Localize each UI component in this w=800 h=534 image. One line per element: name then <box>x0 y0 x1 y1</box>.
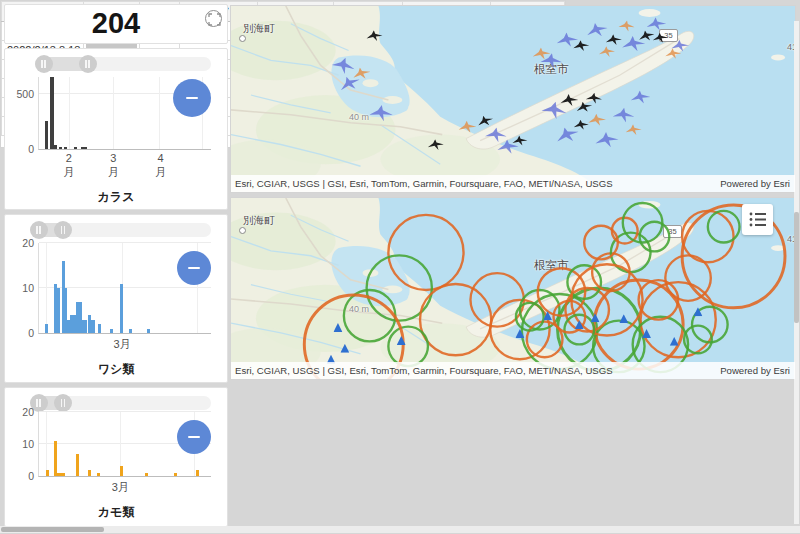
attribution-sources: Esri, CGIAR, USGS | GSI, Esri, TomTom, G… <box>235 175 613 192</box>
bird-icon[interactable] <box>631 91 651 104</box>
circle-markers-layer <box>231 198 795 379</box>
bar <box>54 441 57 476</box>
slider-handle-icon[interactable] <box>54 221 72 239</box>
bird-icon[interactable] <box>588 114 606 126</box>
bird-icon[interactable] <box>428 139 444 150</box>
attribution-sources: Esri, CGIAR, USGS | GSI, Esri, TomTom, G… <box>235 362 613 379</box>
bird-icon[interactable] <box>626 124 642 135</box>
bird-icon[interactable] <box>366 30 382 41</box>
bird-icon[interactable] <box>585 21 609 39</box>
collapse-minus-button[interactable] <box>173 79 211 117</box>
bird-sightings-map[interactable]: 別海町 根室市 40 m 41 35 Esri, CGIAR, USGS | G… <box>230 5 796 193</box>
triangle-marker-icon[interactable] <box>340 344 349 353</box>
bird-icon[interactable] <box>599 46 615 57</box>
bar <box>62 473 65 476</box>
bar <box>196 470 199 476</box>
y-axis-tick-label: 20 <box>6 237 34 249</box>
bird-icon[interactable] <box>671 40 689 52</box>
x-axis-tick-label: 3月 <box>108 151 119 179</box>
bird-icon[interactable] <box>533 48 551 60</box>
time-range-slider[interactable] <box>35 396 211 410</box>
bird-icon[interactable] <box>585 91 603 104</box>
bird-icon[interactable] <box>459 121 477 133</box>
v-gridline <box>69 77 70 149</box>
bar <box>84 147 87 149</box>
y-axis-tick-label: 0 <box>6 143 34 155</box>
bird-icon[interactable] <box>369 103 394 122</box>
bird-icon[interactable] <box>554 124 580 145</box>
powered-by-esri: Powered by Esri <box>720 362 790 379</box>
observation-circle[interactable] <box>388 327 428 367</box>
bar <box>145 473 148 476</box>
bar <box>174 473 177 476</box>
bird-icon[interactable] <box>638 29 656 42</box>
bird-icon[interactable] <box>612 106 636 124</box>
vscroll-thumb[interactable] <box>794 212 799 323</box>
y-axis-tick-label: 10 <box>6 282 34 294</box>
bird-icon[interactable] <box>606 34 622 45</box>
table-horizontal-scrollbar[interactable] <box>0 526 800 533</box>
bar <box>88 470 91 476</box>
x-axis-tick-label: 2月 <box>63 151 74 179</box>
bar <box>120 466 123 476</box>
bar <box>147 329 150 334</box>
bar <box>76 454 79 476</box>
bird-icon[interactable] <box>560 94 578 106</box>
bird-icon[interactable] <box>653 33 668 43</box>
observation-circle[interactable] <box>388 215 463 290</box>
bird-markers-layer <box>231 6 795 192</box>
time-range-slider[interactable] <box>35 57 211 71</box>
v-gridline <box>113 77 114 149</box>
expand-icon[interactable] <box>205 10 222 27</box>
bird-icon[interactable] <box>573 40 589 51</box>
bird-icon[interactable] <box>330 54 357 76</box>
map-attribution: Esri, CGIAR, USGS | GSI, Esri, TomTom, G… <box>231 362 795 379</box>
bird-icon[interactable] <box>574 120 589 130</box>
bird-icon[interactable] <box>352 66 372 81</box>
bird-icon[interactable] <box>337 73 362 94</box>
bar <box>84 320 87 334</box>
y-axis-tick-label: 500 <box>6 88 34 100</box>
chart-card-crows: 05002月3月4月カラス <box>4 48 228 210</box>
hscroll-thumb[interactable] <box>1 527 104 532</box>
bar <box>74 147 77 149</box>
y-axis-tick-label: 10 <box>6 438 34 450</box>
bird-icon[interactable] <box>618 19 636 32</box>
triangle-marker-icon[interactable] <box>333 323 342 332</box>
bar <box>92 320 95 334</box>
bar <box>98 324 101 333</box>
bird-icon[interactable] <box>595 132 618 147</box>
bird-icon[interactable] <box>484 126 508 144</box>
x-axis-tick-label: 3月 <box>112 480 129 494</box>
time-range-slider[interactable] <box>35 223 211 237</box>
indicator-card: 204 <box>4 4 228 44</box>
observation-circle[interactable] <box>538 268 585 315</box>
bird-icon[interactable] <box>647 17 667 30</box>
bar <box>120 284 123 334</box>
bar <box>110 329 113 334</box>
bird-icon[interactable] <box>512 136 527 146</box>
triangle-marker-icon[interactable] <box>619 314 628 323</box>
bird-icon[interactable] <box>476 114 494 128</box>
bar <box>64 147 67 149</box>
bird-icon[interactable] <box>557 33 578 47</box>
bird-icon[interactable] <box>665 48 681 59</box>
chart-card-eagles: 010203月ワシ類 <box>4 214 228 383</box>
slider-handle-icon[interactable] <box>79 55 97 73</box>
slider-handle-icon[interactable] <box>54 394 72 412</box>
v-gridline <box>46 412 47 476</box>
table-vertical-scrollbar[interactable] <box>794 21 799 524</box>
legend-button[interactable] <box>742 204 773 235</box>
slider-handle-icon[interactable] <box>35 55 53 73</box>
observation-circles-map[interactable]: 別海町 根室市 40 m 41 35 Esri, CGIAR, USGS | G… <box>230 197 796 380</box>
v-gridline <box>159 77 160 149</box>
y-axis-tick-label: 0 <box>6 327 34 339</box>
collapse-minus-button[interactable] <box>177 251 211 285</box>
observation-circle[interactable] <box>682 211 733 262</box>
bar <box>54 145 57 149</box>
triangle-marker-icon[interactable] <box>670 337 679 346</box>
x-axis-tick-label: 3月 <box>113 337 130 351</box>
collapse-minus-button[interactable] <box>177 420 211 454</box>
bar <box>45 121 48 149</box>
bird-icon[interactable] <box>575 100 593 113</box>
